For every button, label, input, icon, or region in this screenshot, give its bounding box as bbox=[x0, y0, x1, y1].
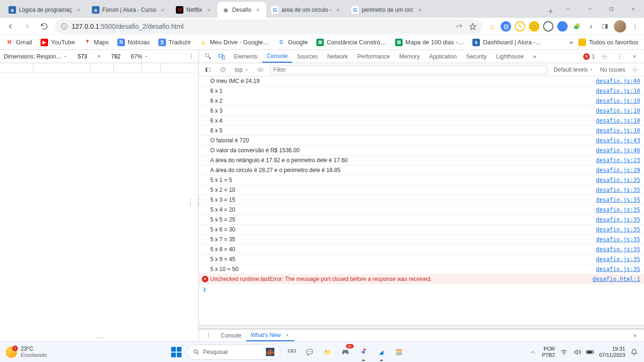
console-output[interactable]: O meu IMC é 24.19desafio.js:406 x 1desaf… bbox=[199, 76, 644, 325]
chevron-down-icon[interactable] bbox=[557, 2, 579, 16]
ext-blue-icon[interactable] bbox=[557, 21, 568, 32]
devtools-tab-elements[interactable]: Elements bbox=[229, 50, 262, 63]
tab-close-icon[interactable] bbox=[416, 6, 424, 14]
taskbar-discord-icon[interactable]: 🎮9+ bbox=[339, 345, 353, 359]
drawer-menu-icon[interactable] bbox=[203, 330, 214, 341]
wifi-icon[interactable] bbox=[560, 348, 568, 356]
ext-playlist-icon[interactable]: ♪ bbox=[586, 21, 596, 32]
console-source-link[interactable]: desafio.js:35 bbox=[596, 236, 640, 243]
tab-close-icon[interactable] bbox=[159, 6, 166, 14]
error-count-badge[interactable]: ✕ 1 bbox=[583, 53, 595, 60]
console-source-link[interactable]: desafio.js:40 bbox=[596, 78, 640, 84]
site-info-icon[interactable] bbox=[60, 23, 68, 30]
device-width-input[interactable] bbox=[72, 52, 93, 61]
console-levels-select[interactable]: Default levels bbox=[552, 66, 595, 73]
devtools-close-icon[interactable] bbox=[629, 51, 640, 62]
dimensions-select[interactable]: Dimensions: Respon… bbox=[4, 53, 67, 60]
bookmark-item[interactable]: ⊞Mapa de 100 dias -… bbox=[395, 39, 464, 46]
ext-drive-icon[interactable]: △ bbox=[487, 21, 497, 32]
console-source-link[interactable]: desafio.js:10 bbox=[596, 117, 640, 124]
start-button[interactable] bbox=[170, 346, 183, 359]
drawer-resizer[interactable] bbox=[199, 325, 644, 329]
address-bar[interactable]: 127.0.0.1:5500/desafio_2/desafio.html bbox=[55, 19, 483, 33]
console-source-link[interactable]: desafio.js:23 bbox=[596, 157, 640, 164]
drawer-close-icon[interactable] bbox=[630, 333, 640, 338]
minimize-button[interactable] bbox=[579, 2, 601, 16]
console-prompt[interactable]: ❯ bbox=[199, 284, 644, 295]
console-source-link[interactable]: desafio.js:35 bbox=[596, 206, 640, 213]
console-source-link[interactable]: desafio.js:29 bbox=[596, 167, 640, 173]
tab-close-icon[interactable] bbox=[75, 6, 83, 14]
profile-avatar[interactable] bbox=[614, 20, 626, 33]
console-issues-label[interactable]: No Issues bbox=[600, 66, 625, 73]
language-indicator[interactable]: POR PTB2 bbox=[542, 346, 555, 357]
more-tabs-icon[interactable]: » bbox=[530, 53, 539, 60]
notifications-icon[interactable] bbox=[630, 348, 638, 356]
taskbar-calculator-icon[interactable]: 🧮 bbox=[392, 345, 406, 359]
all-bookmarks-button[interactable]: Todos os favoritos bbox=[578, 39, 638, 46]
maximize-button[interactable] bbox=[601, 2, 622, 16]
browser-tab[interactable]: aLógica de programaç bbox=[4, 2, 87, 18]
browser-tab[interactable]: Garea de um circulo - bbox=[266, 2, 347, 18]
devtools-tab-sources[interactable]: Sources bbox=[292, 50, 322, 63]
devtools-tab-application[interactable]: Application bbox=[424, 50, 462, 63]
ext-circle-icon[interactable] bbox=[543, 21, 553, 32]
bookmark-item[interactable]: NNotícias bbox=[117, 39, 150, 46]
devtools-menu-icon[interactable] bbox=[614, 51, 625, 62]
console-source-link[interactable]: desafio.js:35 bbox=[596, 226, 640, 233]
device-viewport[interactable]: ⋮⋮ ⋯ bbox=[0, 63, 198, 341]
devtools-settings-icon[interactable] bbox=[599, 51, 610, 62]
bookmark-item[interactable]: 文Traduzir bbox=[158, 39, 191, 46]
devtools-tab-console[interactable]: Console bbox=[262, 50, 292, 63]
devtools-tab-network[interactable]: Network bbox=[322, 50, 353, 63]
live-expression-button[interactable] bbox=[255, 65, 265, 75]
close-button[interactable] bbox=[622, 2, 644, 16]
inspect-element-button[interactable] bbox=[203, 51, 214, 62]
battery-icon[interactable] bbox=[586, 348, 594, 356]
console-source-link[interactable]: desafio.js:46 bbox=[596, 147, 640, 154]
volume-icon[interactable] bbox=[573, 348, 581, 356]
bookmark-item[interactable]: ▶YouTube bbox=[41, 39, 75, 46]
console-context-select[interactable]: top bbox=[233, 66, 250, 73]
taskbar-explorer-icon[interactable]: 📁 bbox=[321, 345, 335, 359]
viewport-right-handle[interactable]: ⋮⋮ bbox=[190, 193, 198, 212]
taskbar-search[interactable]: Pesquisar 🌉 bbox=[187, 345, 281, 360]
drawer-tab-what-s-new[interactable]: What's New bbox=[246, 329, 294, 341]
ext-keep-icon[interactable]: ✎ bbox=[515, 21, 525, 32]
extensions-puzzle-icon[interactable]: 🧩 bbox=[571, 21, 582, 32]
browser-tab[interactable]: NNetflix bbox=[171, 2, 217, 18]
tray-overflow-icon[interactable] bbox=[528, 348, 537, 356]
console-source-link[interactable]: desafio.js:35 bbox=[596, 256, 640, 263]
bookmark-item[interactable]: ⊞Constância Constró… bbox=[316, 39, 387, 46]
console-source-link[interactable]: desafio.js:35 bbox=[596, 187, 640, 193]
console-source-link[interactable]: desafio.js:10 bbox=[596, 98, 640, 104]
console-source-link[interactable]: desafio.js:10 bbox=[596, 88, 640, 94]
device-toolbar-menu[interactable] bbox=[188, 53, 195, 60]
bookmark-item[interactable]: 📍Maps bbox=[83, 39, 109, 46]
new-tab-button[interactable] bbox=[544, 5, 557, 18]
browser-tab[interactable]: Gperimetro de um circ bbox=[347, 2, 428, 18]
forward-button[interactable] bbox=[21, 20, 34, 33]
ext-generic-yellow-icon[interactable]: 🙂 bbox=[529, 21, 539, 32]
console-source-link[interactable]: desafio.js:10 bbox=[596, 107, 640, 114]
console-source-link[interactable]: desafio.js:35 bbox=[596, 246, 640, 253]
side-panel-icon[interactable] bbox=[600, 21, 610, 32]
device-zoom-select[interactable]: 67% bbox=[131, 53, 148, 60]
console-settings-icon[interactable] bbox=[630, 65, 640, 75]
device-mode-button[interactable] bbox=[216, 51, 227, 62]
taskbar-chrome-icon[interactable] bbox=[356, 345, 371, 359]
taskbar-vscode-icon[interactable]: ◢ bbox=[374, 345, 388, 359]
drawer-tab-console[interactable]: Console bbox=[216, 329, 246, 341]
console-sidebar-toggle[interactable] bbox=[203, 65, 213, 75]
share-icon[interactable] bbox=[455, 23, 463, 30]
tab-close-icon[interactable] bbox=[254, 6, 262, 14]
reload-button[interactable] bbox=[38, 20, 51, 33]
console-filter-input[interactable] bbox=[270, 65, 547, 74]
device-height-input[interactable] bbox=[106, 52, 126, 61]
console-source-link[interactable]: desafio.html:1 bbox=[593, 276, 640, 282]
devtools-tab-memory[interactable]: Memory bbox=[395, 50, 424, 63]
tab-close-icon[interactable] bbox=[334, 6, 342, 14]
close-icon[interactable] bbox=[285, 333, 289, 337]
ext-docs-icon[interactable]: ▤ bbox=[501, 21, 511, 32]
bookmark-item[interactable]: GGoogle bbox=[278, 39, 308, 46]
